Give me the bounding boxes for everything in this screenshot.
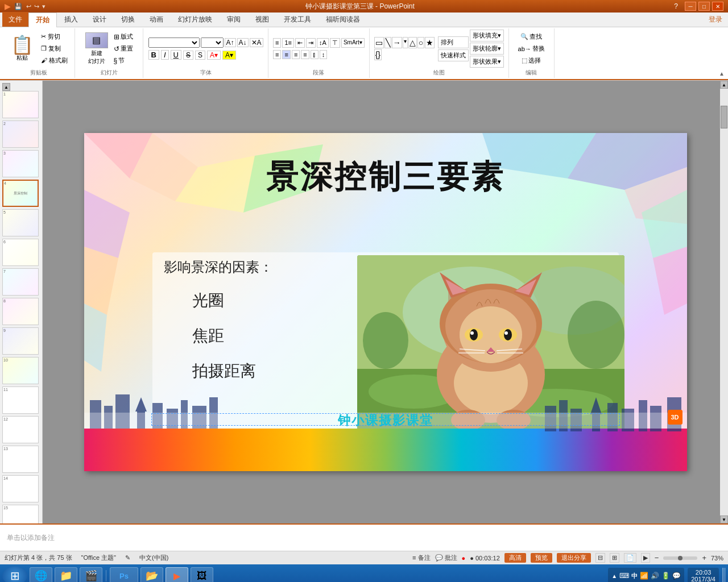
reading-view-button[interactable]: 📄 bbox=[624, 553, 636, 563]
font-size-select[interactable] bbox=[201, 38, 224, 48]
shape-effect-button[interactable]: 形状效果▾ bbox=[470, 56, 504, 68]
slide-thumb-4[interactable]: 4景深控制 bbox=[2, 180, 39, 207]
slide-thumb-15[interactable]: 15 bbox=[2, 505, 39, 523]
clear-format-button[interactable]: ✕A bbox=[250, 38, 263, 47]
shape-tri[interactable]: △ bbox=[408, 37, 417, 48]
taskbar-powerpoint[interactable]: ▶ bbox=[166, 567, 188, 582]
strikethrough-button[interactable]: S bbox=[183, 51, 193, 60]
tray-battery[interactable]: 🔋 bbox=[661, 572, 670, 580]
layout-button[interactable]: ⊞版式 bbox=[111, 31, 135, 42]
system-clock[interactable]: 20:03 2017/3/4 bbox=[688, 568, 719, 582]
italic-button[interactable]: I bbox=[161, 50, 169, 60]
align-center-button[interactable]: ≡ bbox=[282, 50, 290, 59]
align-text-button[interactable]: ⊤ bbox=[330, 38, 340, 48]
tray-action-center[interactable]: 💬 bbox=[672, 572, 681, 580]
help-button[interactable]: ? bbox=[674, 2, 678, 10]
show-desktop-button[interactable] bbox=[722, 568, 726, 582]
preview-button[interactable]: 预览 bbox=[531, 553, 552, 563]
taskbar-folder[interactable]: 📂 bbox=[140, 567, 163, 582]
format-painter-button[interactable]: 🖌 格式刷 bbox=[39, 55, 70, 66]
section-button[interactable]: §节 bbox=[111, 55, 135, 66]
taskbar-app4[interactable]: 🖼 bbox=[191, 567, 213, 582]
shape-fill-button[interactable]: 形状填充▾ bbox=[470, 30, 504, 41]
arrange-button[interactable]: 排列 bbox=[438, 36, 469, 48]
canvas-scrollbar-v[interactable]: ▲ ▼ bbox=[720, 81, 728, 523]
numbering-button[interactable]: 1≡ bbox=[282, 38, 294, 48]
quality-button[interactable]: 高清 bbox=[504, 553, 526, 563]
slide-thumb-12[interactable]: 12 bbox=[2, 416, 39, 443]
paste-button[interactable]: 📋 粘贴 bbox=[7, 34, 38, 64]
shape-bracket[interactable]: {} bbox=[374, 49, 382, 60]
font-face-select[interactable] bbox=[148, 38, 200, 48]
shape-circle[interactable]: ○ bbox=[417, 37, 424, 48]
ribbon-collapse[interactable]: ▲ bbox=[718, 28, 726, 78]
tray-network[interactable]: 📶 bbox=[640, 572, 648, 580]
tab-insert[interactable]: 插入 bbox=[57, 12, 85, 27]
tab-file[interactable]: 文件 bbox=[2, 12, 28, 27]
bold-button[interactable]: B bbox=[148, 50, 159, 60]
replace-button[interactable]: ab→ 替换 bbox=[516, 43, 547, 54]
align-right-button[interactable]: ≡ bbox=[292, 50, 300, 59]
shape-more[interactable]: ▾ bbox=[403, 37, 408, 48]
justify-button[interactable]: ≡ bbox=[301, 50, 309, 59]
scroll-down[interactable]: ▼ bbox=[720, 516, 728, 523]
minimize-button[interactable]: ─ bbox=[685, 2, 696, 11]
new-slide-button[interactable]: ▤ 新建 幻灯片 bbox=[83, 31, 110, 66]
slide-thumb-5[interactable]: 5 bbox=[2, 209, 39, 236]
line-spacing-button[interactable]: ↕ bbox=[320, 50, 328, 59]
shape-line[interactable]: ╲ bbox=[384, 37, 391, 48]
tray-keyboard[interactable]: ⌨ bbox=[619, 572, 629, 580]
tab-design[interactable]: 设计 bbox=[85, 12, 114, 27]
quick-styles-button[interactable]: 快速样式 bbox=[438, 49, 469, 61]
slide-thumb-9[interactable]: 9 bbox=[2, 327, 39, 355]
underline-button[interactable]: U bbox=[171, 50, 181, 60]
tab-reader[interactable]: 福听阅读器 bbox=[318, 12, 367, 27]
qa-undo[interactable]: ↩ bbox=[26, 3, 31, 10]
tab-slideshow[interactable]: 幻灯片放映 bbox=[171, 12, 220, 27]
tab-developer[interactable]: 开发工具 bbox=[276, 12, 318, 27]
tray-ch[interactable]: 中 bbox=[631, 572, 638, 580]
maximize-button[interactable]: □ bbox=[698, 2, 710, 11]
tab-transitions[interactable]: 切换 bbox=[114, 12, 142, 27]
font-color-picker[interactable]: A▾ bbox=[207, 51, 221, 60]
slide-thumb-3[interactable]: 3 bbox=[2, 150, 39, 177]
cut-button[interactable]: ✂ 剪切 bbox=[39, 31, 70, 42]
panel-scroll-up[interactable]: ▲ bbox=[2, 83, 10, 91]
exit-share-button[interactable]: 退出分享 bbox=[557, 553, 591, 563]
slideshow-button[interactable]: ▶ bbox=[641, 553, 650, 563]
reset-button[interactable]: ↺重置 bbox=[111, 43, 135, 54]
qa-save[interactable]: 💾 bbox=[14, 3, 22, 10]
login-button[interactable]: 登录 bbox=[703, 13, 728, 27]
scroll-thumb[interactable] bbox=[721, 106, 727, 128]
zoom-out-button[interactable]: − bbox=[655, 554, 659, 562]
scroll-up[interactable]: ▲ bbox=[720, 81, 728, 89]
shadow-button[interactable]: S bbox=[195, 51, 205, 60]
taskbar-photoshop[interactable]: Ps bbox=[110, 567, 138, 582]
highlight-button[interactable]: A▾ bbox=[222, 51, 236, 60]
edit-icon[interactable]: ✎ bbox=[125, 554, 130, 562]
qa-redo[interactable]: ↪ bbox=[34, 3, 39, 10]
slide-thumb-1[interactable]: 1 bbox=[2, 91, 39, 118]
tray-arrow[interactable]: ▲ bbox=[611, 573, 617, 579]
tray-speaker[interactable]: 🔊 bbox=[651, 572, 659, 580]
text-direction-button[interactable]: ↕A bbox=[317, 38, 329, 48]
tab-view[interactable]: 视图 bbox=[248, 12, 276, 27]
taskbar-ie[interactable]: 🌐 bbox=[30, 567, 52, 582]
zoom-in-button[interactable]: + bbox=[702, 554, 706, 562]
slide-thumb-7[interactable]: 7 bbox=[2, 268, 39, 296]
smartart-button[interactable]: SmArt▾ bbox=[341, 38, 365, 48]
bullets-button[interactable]: ≡ bbox=[273, 38, 281, 48]
shape-star[interactable]: ★ bbox=[425, 37, 435, 48]
tab-home[interactable]: 开始 bbox=[28, 13, 57, 27]
increase-indent-button[interactable]: ⇥ bbox=[306, 38, 316, 48]
slide-thumb-6[interactable]: 6 bbox=[2, 239, 39, 266]
close-button[interactable]: ✕ bbox=[712, 2, 723, 11]
slide-thumb-14[interactable]: 14 bbox=[2, 475, 39, 502]
text-content[interactable]: 影响景深的因素： 光圈 焦距 拍摄距离 bbox=[164, 258, 351, 382]
zoom-slider[interactable] bbox=[663, 556, 697, 560]
slide-thumb-13[interactable]: 13 bbox=[2, 446, 39, 473]
shape-arrow[interactable]: → bbox=[392, 37, 402, 48]
align-left-button[interactable]: ≡ bbox=[273, 50, 281, 59]
slide-thumb-10[interactable]: 10 bbox=[2, 357, 39, 384]
comments-toggle[interactable]: 💬 批注 bbox=[435, 554, 457, 562]
